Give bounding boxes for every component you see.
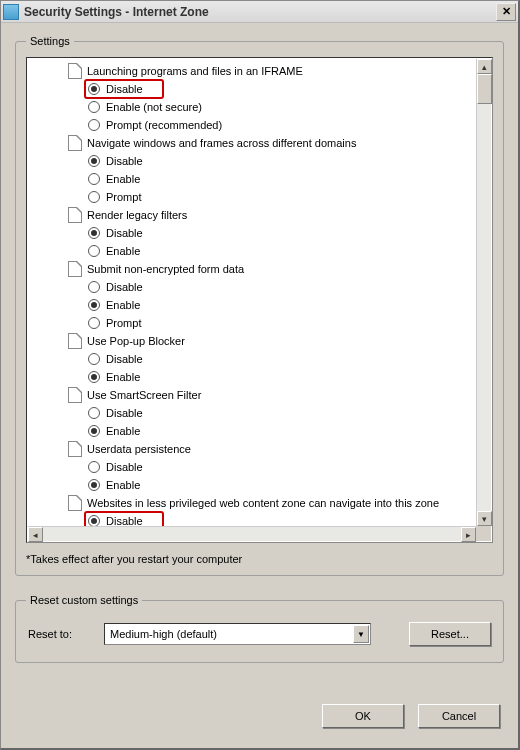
page-icon xyxy=(68,135,82,151)
category-label: Render legacy filters xyxy=(87,207,187,223)
highlighted-option[interactable]: Disable xyxy=(84,79,164,99)
page-icon xyxy=(68,333,82,349)
setting-category: Launching programs and files in an IFRAM… xyxy=(28,62,476,80)
setting-option[interactable]: Prompt xyxy=(28,314,476,332)
page-icon xyxy=(68,261,82,277)
tree-viewport[interactable]: Launching programs and files in an IFRAM… xyxy=(28,59,476,526)
radio-icon[interactable] xyxy=(88,371,100,383)
setting-option[interactable]: Disable xyxy=(28,458,476,476)
vertical-scrollbar[interactable]: ▴ ▾ xyxy=(476,59,491,526)
chevron-down-icon: ▼ xyxy=(357,630,365,639)
settings-tree: Launching programs and files in an IFRAM… xyxy=(26,57,493,543)
scroll-left-icon[interactable]: ◂ xyxy=(28,527,43,542)
scroll-corner xyxy=(476,526,491,541)
radio-icon[interactable] xyxy=(88,191,100,203)
option-label: Disable xyxy=(106,351,143,367)
scroll-right-icon[interactable]: ▸ xyxy=(461,527,476,542)
radio-icon[interactable] xyxy=(88,173,100,185)
radio-icon[interactable] xyxy=(88,119,100,131)
setting-option[interactable]: Disable xyxy=(28,224,476,242)
reset-legend: Reset custom settings xyxy=(26,594,142,606)
setting-option[interactable]: Enable xyxy=(28,242,476,260)
reset-button[interactable]: Reset... xyxy=(409,622,491,646)
setting-option[interactable]: Disable xyxy=(28,404,476,422)
reset-row: Reset to: Medium-high (default) ▼ Reset.… xyxy=(26,616,493,652)
radio-icon[interactable] xyxy=(88,425,100,437)
setting-option[interactable]: Disable xyxy=(28,278,476,296)
reset-level-combo[interactable]: Medium-high (default) ▼ xyxy=(104,623,371,645)
radio-icon[interactable] xyxy=(88,407,100,419)
option-label: Disable xyxy=(106,81,143,97)
setting-option[interactable]: Enable xyxy=(28,422,476,440)
scroll-up-icon[interactable]: ▴ xyxy=(477,59,492,74)
settings-legend: Settings xyxy=(26,35,74,47)
setting-option[interactable]: Enable xyxy=(28,368,476,386)
category-label: Use Pop-up Blocker xyxy=(87,333,185,349)
category-label: Websites in less privileged web content … xyxy=(87,495,439,511)
window-title: Security Settings - Internet Zone xyxy=(24,5,496,19)
setting-option[interactable]: Enable xyxy=(28,296,476,314)
radio-icon[interactable] xyxy=(88,83,100,95)
option-label: Enable xyxy=(106,369,140,385)
setting-option[interactable]: Disable xyxy=(28,152,476,170)
highlighted-option[interactable]: Disable xyxy=(84,511,164,526)
radio-icon[interactable] xyxy=(88,353,100,365)
close-button[interactable]: ✕ xyxy=(496,3,516,21)
radio-icon[interactable] xyxy=(88,461,100,473)
setting-option[interactable]: Enable xyxy=(28,476,476,494)
category-label: Launching programs and files in an IFRAM… xyxy=(87,63,303,79)
option-label: Enable xyxy=(106,423,140,439)
category-label: Userdata persistence xyxy=(87,441,191,457)
radio-icon[interactable] xyxy=(88,515,100,526)
ok-button[interactable]: OK xyxy=(322,704,404,728)
setting-category: Use Pop-up Blocker xyxy=(28,332,476,350)
option-label: Disable xyxy=(106,405,143,421)
setting-category: Navigate windows and frames across diffe… xyxy=(28,134,476,152)
page-icon xyxy=(68,63,82,79)
radio-icon[interactable] xyxy=(88,245,100,257)
option-label: Disable xyxy=(106,459,143,475)
page-icon xyxy=(68,387,82,403)
content-area: Settings Launching programs and files in… xyxy=(1,23,518,693)
setting-option[interactable]: Prompt xyxy=(28,188,476,206)
scroll-down-icon[interactable]: ▾ xyxy=(477,511,492,526)
option-label: Disable xyxy=(106,513,143,526)
category-label: Use SmartScreen Filter xyxy=(87,387,201,403)
titlebar: Security Settings - Internet Zone ✕ xyxy=(1,1,518,23)
reset-group: Reset custom settings Reset to: Medium-h… xyxy=(15,594,504,663)
settings-group: Settings Launching programs and files in… xyxy=(15,35,504,576)
radio-icon[interactable] xyxy=(88,155,100,167)
setting-option[interactable]: Enable (not secure) xyxy=(28,98,476,116)
setting-option[interactable]: Disable xyxy=(28,350,476,368)
option-label: Prompt xyxy=(106,315,141,331)
radio-icon[interactable] xyxy=(88,317,100,329)
combo-dropdown-button[interactable]: ▼ xyxy=(353,625,369,643)
option-label: Enable xyxy=(106,171,140,187)
option-label: Prompt xyxy=(106,189,141,205)
radio-icon[interactable] xyxy=(88,227,100,239)
radio-icon[interactable] xyxy=(88,479,100,491)
category-label: Submit non-encrypted form data xyxy=(87,261,244,277)
setting-category: Use SmartScreen Filter xyxy=(28,386,476,404)
radio-icon[interactable] xyxy=(88,281,100,293)
reset-label: Reset to: xyxy=(28,628,104,640)
cancel-button[interactable]: Cancel xyxy=(418,704,500,728)
setting-category: Websites in less privileged web content … xyxy=(28,494,476,512)
horizontal-scrollbar[interactable]: ◂ ▸ xyxy=(28,526,476,541)
category-label: Navigate windows and frames across diffe… xyxy=(87,135,356,151)
setting-category: Userdata persistence xyxy=(28,440,476,458)
option-label: Disable xyxy=(106,225,143,241)
restart-note: *Takes effect after you restart your com… xyxy=(26,553,493,565)
option-label: Enable xyxy=(106,297,140,313)
setting-option[interactable]: Enable xyxy=(28,170,476,188)
scroll-thumb[interactable] xyxy=(477,74,492,104)
setting-category: Render legacy filters xyxy=(28,206,476,224)
option-label: Enable xyxy=(106,477,140,493)
radio-icon[interactable] xyxy=(88,101,100,113)
option-label: Prompt (recommended) xyxy=(106,117,222,133)
reset-level-value: Medium-high (default) xyxy=(110,628,217,640)
radio-icon[interactable] xyxy=(88,299,100,311)
setting-option[interactable]: Prompt (recommended) xyxy=(28,116,476,134)
option-label: Enable xyxy=(106,243,140,259)
option-label: Enable (not secure) xyxy=(106,99,202,115)
